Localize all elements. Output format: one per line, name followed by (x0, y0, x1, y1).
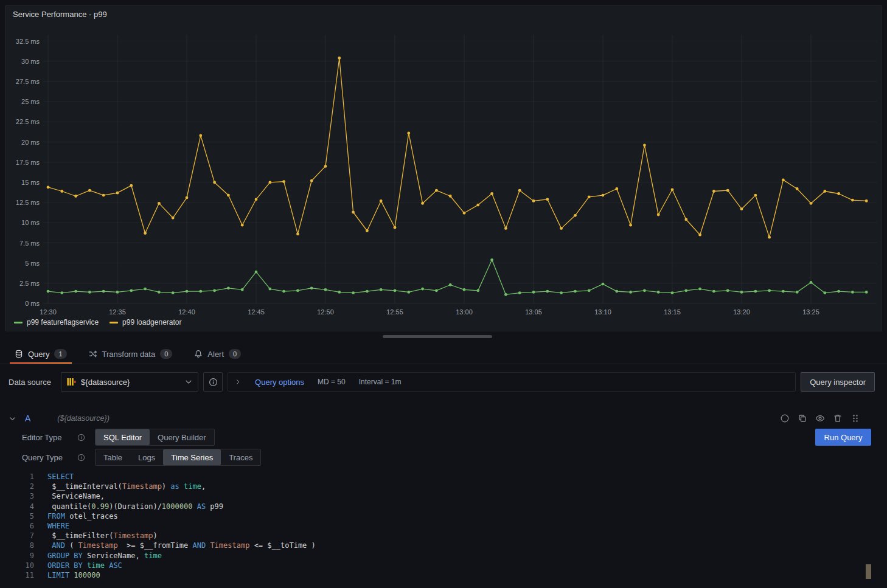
svg-text:5 ms: 5 ms (25, 260, 40, 267)
grafana-panel-edit-page: Service Performance - p99 0 ms2.5 ms5 ms… (0, 0, 887, 588)
query-status-icon (780, 413, 790, 423)
sql-line: 11LIMIT 100000 (17, 570, 875, 580)
sql-line-code: WHERE (34, 521, 69, 531)
query-type-label: Query Type (17, 449, 90, 466)
tab-badge: 0 (229, 349, 241, 359)
query-options-link[interactable]: Query options (255, 378, 304, 387)
toggle-query-visibility-button[interactable] (815, 413, 825, 423)
legend-item-p99-loadgenerator[interactable]: p99 loadgenerator (110, 318, 181, 327)
info-icon[interactable] (77, 434, 85, 441)
svg-text:12:35: 12:35 (109, 308, 126, 316)
query-type-option-table[interactable]: Table (96, 449, 130, 465)
panel-title: Service Performance - p99 (13, 10, 107, 19)
query-type-option-logs[interactable]: Logs (130, 449, 163, 465)
datasource-label: Data source (5, 378, 56, 387)
query-options-bar[interactable]: Query options MD = 50 Interval = 1m (228, 372, 796, 392)
svg-text:13:05: 13:05 (525, 308, 542, 316)
line-number: 11 (17, 570, 34, 580)
line-number: 3 (17, 491, 34, 501)
editor-type-option-sql-editor[interactable]: SQL Editor (96, 429, 150, 445)
query-type-toggle: TableLogsTime SeriesTraces (95, 449, 261, 466)
editor-type-label: Editor Type (17, 429, 90, 446)
info-circle-icon (77, 434, 85, 441)
svg-text:7.5 ms: 7.5 ms (19, 240, 40, 247)
svg-text:2.5 ms: 2.5 ms (19, 280, 40, 287)
line-number: 2 (17, 482, 34, 491)
query-type-option-traces[interactable]: Traces (221, 449, 260, 465)
drag-handle-icon (850, 413, 860, 423)
svg-text:17.5 ms: 17.5 ms (16, 159, 40, 166)
svg-text:25 ms: 25 ms (21, 98, 40, 105)
svg-text:0 ms: 0 ms (25, 300, 40, 307)
sql-line: 10ORDER BY time ASC (17, 561, 875, 570)
collapse-query-icon[interactable] (9, 415, 16, 423)
info-circle-icon (209, 378, 218, 387)
panel-header[interactable]: Service Performance - p99 (5, 5, 882, 22)
query-actions (780, 413, 875, 423)
duplicate-query-button[interactable] (798, 413, 807, 423)
tab-badge: 0 (160, 349, 172, 359)
datasource-selected-value: ${datasource} (81, 378, 179, 387)
run-query-button[interactable]: Run Query (815, 429, 871, 446)
line-number: 7 (17, 531, 34, 541)
timeseries-chart[interactable]: 0 ms2.5 ms5 ms7.5 ms10 ms12.5 ms15 ms17.… (5, 22, 882, 316)
line-number: 6 (17, 521, 34, 531)
query-type-label-text: Query Type (22, 453, 63, 462)
sql-line-code: quantile(0.99)(Duration)/1000000 AS p99 (34, 502, 223, 511)
tab-badge: 1 (54, 349, 66, 359)
sql-line-code: FROM otel_traces (34, 511, 118, 521)
database-icon (15, 350, 23, 358)
chevron-right-icon (234, 378, 242, 386)
query-inspector-button[interactable]: Query inspector (801, 372, 875, 392)
max-data-points-value: MD = 50 (318, 378, 346, 386)
chevron-right-icon (234, 378, 242, 386)
tab-label: Query (28, 350, 49, 359)
query-type-row: Query Type TableLogsTime SeriesTraces (17, 449, 261, 466)
sql-line-code: $__timeFilter(Timestamp) (34, 531, 158, 541)
svg-text:32.5 ms: 32.5 ms (16, 38, 40, 45)
sql-code-editor[interactable]: 1SELECT2 $__timeInterval(Timestamp) as t… (17, 469, 875, 584)
svg-text:12:55: 12:55 (386, 308, 403, 316)
datasource-help-button[interactable] (203, 372, 223, 392)
editor-type-row: Editor Type SQL EditorQuery Builder (17, 429, 215, 446)
sql-line: 3 ServiceName, (17, 491, 875, 501)
query-row-header: A (${datasource}) (5, 410, 875, 427)
interval-value: Interval = 1m (359, 378, 402, 386)
svg-text:22.5 ms: 22.5 ms (16, 118, 40, 125)
svg-text:13:10: 13:10 (594, 308, 611, 316)
panel-resize-handle[interactable] (383, 335, 492, 338)
info-icon[interactable] (77, 454, 85, 462)
legend-item-p99-featureflagservice[interactable]: p99 featureflagservice (14, 318, 99, 327)
svg-text:12:45: 12:45 (248, 308, 265, 316)
editor-type-label-text: Editor Type (22, 433, 62, 442)
chevron-down-icon (9, 415, 16, 423)
chevron-down-icon (184, 378, 193, 386)
line-number: 4 (17, 502, 34, 511)
info-circle-icon (77, 454, 85, 462)
tab-query[interactable]: Query1 (9, 344, 73, 364)
sql-line-code: GROUP BY ServiceName, time (34, 551, 162, 561)
query-ref-id[interactable]: A (25, 413, 30, 423)
sql-line-code: LIMIT 100000 (34, 570, 100, 580)
sql-line-code: ORDER BY time ASC (34, 561, 122, 570)
drag-handle-button[interactable] (850, 413, 860, 423)
sql-line: 8 AND ( Timestamp >= $__fromTime AND Tim… (17, 541, 875, 550)
line-number: 8 (17, 541, 34, 550)
remove-query-button[interactable] (833, 413, 843, 423)
tab-label: Transform data (102, 350, 156, 359)
tab-alert[interactable]: Alert0 (188, 344, 247, 364)
svg-text:12.5 ms: 12.5 ms (16, 199, 40, 206)
svg-text:30 ms: 30 ms (21, 58, 40, 65)
query-type-option-time-series[interactable]: Time Series (163, 449, 221, 465)
svg-text:10 ms: 10 ms (21, 219, 40, 226)
legend-label: p99 loadgenerator (122, 318, 181, 327)
editor-scrollbar-thumb[interactable] (866, 564, 871, 579)
query-status-button[interactable] (780, 413, 790, 423)
sql-line: 9GROUP BY ServiceName, time (17, 551, 875, 561)
legend-label: p99 featureflagservice (27, 318, 99, 327)
shuffle-icon (89, 350, 97, 358)
sql-line-code: AND ( Timestamp >= $__fromTime AND Times… (34, 541, 316, 550)
editor-type-option-query-builder[interactable]: Query Builder (150, 429, 214, 445)
datasource-select[interactable]: ${datasource} (61, 372, 198, 392)
tab-transform-data[interactable]: Transform data0 (83, 344, 179, 364)
